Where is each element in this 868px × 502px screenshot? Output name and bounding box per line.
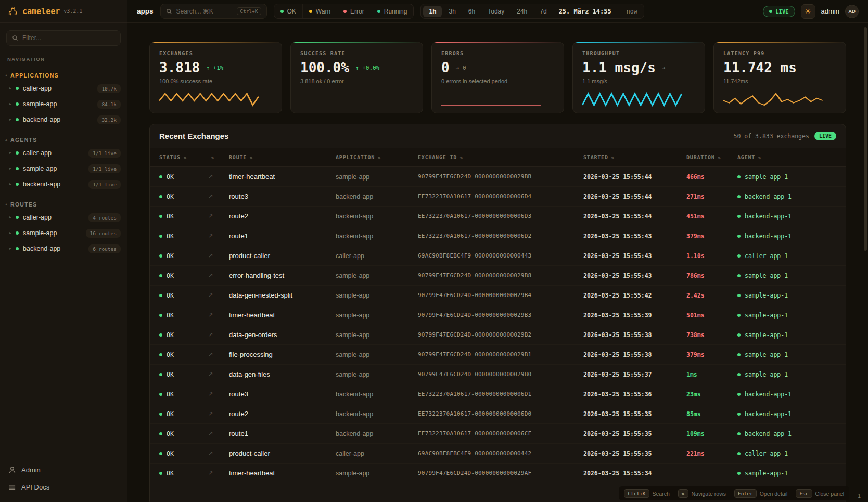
- stat-value: 1.1 msg/s: [582, 60, 656, 75]
- filter-chip-error[interactable]: Error: [337, 4, 371, 18]
- table-row[interactable]: OK ↗ route2 backend-app EE7322370A10617-…: [150, 404, 846, 424]
- open-detail-icon[interactable]: ↗: [208, 292, 229, 299]
- table-row[interactable]: OK ↗ data-gen-nested-split sample-app 90…: [150, 286, 846, 305]
- filter-chip-ok[interactable]: OK: [274, 4, 303, 18]
- sidebar-item-api-docs[interactable]: API Docs: [0, 479, 127, 496]
- sidebar-item-routes-backend-app[interactable]: ▸ backend-app 6 routes: [0, 241, 127, 256]
- section-header-agents[interactable]: ▴ AGENTS: [0, 135, 127, 145]
- open-detail-icon[interactable]: ↗: [208, 272, 229, 279]
- table-row[interactable]: OK ↗ route1 backend-app EE7322370A10617-…: [150, 226, 846, 246]
- table-row[interactable]: OK ↗ error-handling-test sample-app 9079…: [150, 266, 846, 286]
- stat-subtext: 3.818 ok / 0 error: [300, 78, 413, 84]
- open-detail-icon[interactable]: ↗: [208, 331, 229, 338]
- table-row[interactable]: OK ↗ timer-heartbeat sample-app 90799F47…: [150, 167, 846, 187]
- sidebar-item-agents-caller-app[interactable]: ▸ caller-app 1/1 live: [0, 145, 127, 161]
- status-label: OK: [167, 213, 174, 220]
- open-detail-icon[interactable]: ↗: [208, 391, 229, 397]
- agent-cell: backend-app-1: [737, 410, 846, 418]
- count-badge: 6 routes: [88, 244, 121, 253]
- started-cell: 2026-03-25 15:55:37: [583, 371, 686, 378]
- agent-dot: [737, 175, 741, 178]
- range-button-today[interactable]: Today: [482, 6, 510, 17]
- filter-chip-running[interactable]: Running: [371, 4, 414, 18]
- status-dot: [16, 118, 19, 121]
- column-header-duration[interactable]: DURATION⇅: [686, 155, 737, 160]
- table-row[interactable]: OK ↗ route3 backend-app EE7322370A10617-…: [150, 187, 846, 207]
- table-row[interactable]: OK ↗ timer-heartbeat sample-app 90799F47…: [150, 305, 846, 325]
- route-cell: timer-heartbeat: [229, 311, 336, 319]
- started-cell: 2026-03-25 15:55:36: [583, 391, 686, 398]
- open-detail-icon[interactable]: ↗: [208, 312, 229, 318]
- live-indicator[interactable]: LIVE: [763, 6, 795, 17]
- table-row[interactable]: OK ↗ route1 backend-app EE7322370A10617-…: [150, 424, 846, 444]
- sidebar-item-applications-sample-app[interactable]: ▸ sample-app 84.1k: [0, 96, 127, 112]
- range-button-3h[interactable]: 3h: [443, 6, 461, 17]
- table-row[interactable]: OK ↗ data-gen-orders sample-app 90799F47…: [150, 325, 846, 345]
- vertical-scrollbar[interactable]: [864, 27, 867, 251]
- stat-subtext: 0 errors in selected period: [441, 78, 554, 84]
- sidebar-item-applications-caller-app[interactable]: ▸ caller-app 10.7k: [0, 81, 127, 96]
- table-row[interactable]: OK ↗ route2 backend-app EE7322370A10617-…: [150, 207, 846, 226]
- table-row[interactable]: OK ↗ product-caller caller-app 69AC90BF8…: [150, 444, 846, 464]
- column-header-route[interactable]: ROUTE⇅: [229, 155, 336, 160]
- sidebar-item-applications-backend-app[interactable]: ▸ backend-app 32.2k: [0, 112, 127, 127]
- agent-dot: [737, 195, 741, 198]
- sidebar-item-routes-sample-app[interactable]: ▸ sample-app 16 routes: [0, 225, 127, 241]
- open-detail-icon[interactable]: ↗: [208, 430, 229, 437]
- sidebar-item-routes-caller-app[interactable]: ▸ caller-app 4 routes: [0, 210, 127, 225]
- shortcut-key: Esc: [796, 489, 812, 498]
- sidebar-filter[interactable]: [6, 30, 121, 46]
- table-row[interactable]: OK ↗ product-caller caller-app 69AC90BF8…: [150, 246, 846, 266]
- table-row[interactable]: OK ↗ data-gen-files sample-app 90799F47E…: [150, 365, 846, 384]
- section-header-routes[interactable]: ▴ ROUTES: [0, 199, 127, 210]
- stat-value: 0: [441, 60, 450, 75]
- column-header-started[interactable]: STARTED⇅: [583, 155, 686, 160]
- global-search[interactable]: Search... ⌘K Ctrl+K: [160, 4, 267, 19]
- sidebar-item-admin[interactable]: Admin: [0, 461, 127, 479]
- open-detail-icon[interactable]: ↗: [208, 173, 229, 180]
- status-cell: OK: [150, 470, 208, 477]
- table-row[interactable]: OK ↗ timer-heartbeat sample-app 90799F47…: [150, 464, 846, 483]
- status-label: OK: [167, 292, 174, 299]
- open-detail-icon[interactable]: ↗: [208, 450, 229, 457]
- column-header-detail[interactable]: ⇅: [208, 155, 229, 160]
- column-header-exchange-id[interactable]: EXCHANGE ID⇅: [418, 155, 583, 160]
- open-detail-icon[interactable]: ↗: [208, 351, 229, 358]
- agent-label: caller-app-1: [745, 252, 788, 260]
- section-header-applications[interactable]: ▴ APPLICATIONS: [0, 70, 127, 81]
- column-header-status[interactable]: STATUS⇅: [150, 155, 208, 160]
- open-detail-icon[interactable]: ↗: [208, 410, 229, 417]
- now-label: now: [627, 8, 637, 15]
- open-detail-icon[interactable]: ↗: [208, 193, 229, 200]
- open-detail-icon[interactable]: ↗: [208, 233, 229, 239]
- open-detail-icon[interactable]: ↗: [208, 252, 229, 259]
- avatar[interactable]: AD: [845, 5, 859, 18]
- open-detail-icon[interactable]: ↗: [208, 371, 229, 378]
- stat-trend: ↑ +0.0%: [355, 65, 379, 71]
- filter-chip-warn[interactable]: Warn: [303, 4, 337, 18]
- theme-toggle-button[interactable]: ☀: [801, 4, 815, 19]
- status-dot: [159, 393, 162, 396]
- open-detail-icon[interactable]: ↗: [208, 213, 229, 220]
- status-cell: OK: [150, 272, 208, 279]
- column-header-application[interactable]: APPLICATION⇅: [336, 155, 418, 160]
- range-button-6h[interactable]: 6h: [463, 6, 481, 17]
- chevron-right-icon: ▸: [9, 118, 11, 122]
- sidebar-item-agents-backend-app[interactable]: ▸ backend-app 1/1 live: [0, 176, 127, 192]
- chevron-right-icon: ▸: [9, 86, 11, 91]
- range-button-1h[interactable]: 1h: [423, 6, 442, 17]
- sidebar-item-agents-sample-app[interactable]: ▸ sample-app 1/1 live: [0, 161, 127, 176]
- sidebar-filter-input[interactable]: [22, 34, 115, 42]
- count-badge: 16 routes: [86, 229, 121, 238]
- panel-header: Recent Exchanges 50 of 3.833 exchanges L…: [150, 124, 846, 148]
- range-button-24h[interactable]: 24h: [511, 6, 533, 17]
- agent-label: sample-app-1: [745, 173, 788, 181]
- table-row[interactable]: OK ↗ file-processing sample-app 90799F47…: [150, 345, 846, 365]
- open-detail-icon[interactable]: ↗: [208, 470, 229, 477]
- exchange-id-cell: EE7322370A10617-00000000000006D1: [418, 391, 583, 397]
- range-button-7d[interactable]: 7d: [534, 6, 552, 17]
- started-cell: 2026-03-25 15:55:42: [583, 292, 686, 299]
- column-header-agent[interactable]: AGENT⇅: [737, 155, 846, 160]
- time-range-group: 1h 3h 6h Today 24h 7d 25. März 14:55 — n…: [420, 4, 644, 19]
- table-row[interactable]: OK ↗ route3 backend-app EE7322370A10617-…: [150, 384, 846, 404]
